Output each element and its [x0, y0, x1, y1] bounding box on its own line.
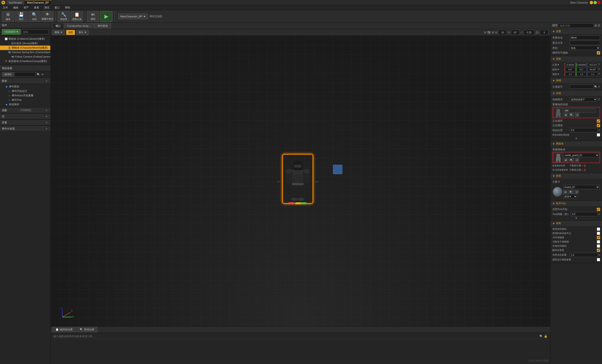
right-search-input[interactable]: [558, 23, 594, 28]
tree-item-mesh[interactable]: 👤 网格体 (CharacterMesh0)(继承): [0, 46, 50, 50]
mat-reset-btn[interactable]: ↺: [574, 190, 579, 194]
show-button[interactable]: 显示▼: [76, 30, 89, 35]
mat-browse-btn[interactable]: 🔍: [568, 190, 574, 194]
simulate-button[interactable]: ⏯ 模拟: [87, 11, 99, 22]
start-tick-checkbox[interactable]: [597, 208, 600, 211]
event-begin-play[interactable]: ◇ 事件开始运行: [9, 89, 50, 93]
class-settings-button[interactable]: 🔧 类设置: [58, 11, 70, 22]
minimize-button[interactable]: [590, 1, 593, 4]
rot-y-input[interactable]: [576, 68, 587, 72]
mesh-swap-btn[interactable]: ⇄: [564, 158, 568, 162]
add-function-button[interactable]: +: [45, 108, 48, 112]
tree-item-collision[interactable]: ⬜ 网格体 (CollisionCylinder)(继承): [0, 37, 50, 41]
pos-reset[interactable]: ↺: [598, 63, 600, 67]
tab-construction-script[interactable]: Construction Scrip…: [64, 23, 94, 28]
lod-del-btn[interactable]: 🗑: [584, 164, 586, 167]
mesh-reset-btn[interactable]: ↺: [575, 158, 579, 162]
anim-mode-select[interactable]: 使用动画资产: [570, 97, 597, 102]
compiler-results-tab[interactable]: 📋 编译器结果: [53, 327, 76, 332]
anim-mode-reset[interactable]: ↺: [598, 98, 600, 101]
menu-edit[interactable]: 编辑: [12, 5, 19, 10]
lod2-del-btn[interactable]: 🗑: [584, 168, 586, 171]
menu-help[interactable]: 帮助: [64, 5, 71, 10]
right-panel-icon-1[interactable]: ⊞: [595, 24, 597, 27]
maincharacter-dropdown[interactable]: MainCharacter_BP▼: [118, 14, 148, 19]
add-var-button[interactable]: +: [45, 121, 48, 124]
menu-debug[interactable]: 调试: [43, 5, 50, 10]
cloth-rigid-checkbox[interactable]: [597, 232, 600, 235]
tab-event-graph[interactable]: 事件图表: [95, 23, 111, 29]
menu-assets[interactable]: 资产: [22, 5, 30, 10]
tree-item-move[interactable]: 🏃 角色移动 (CharMoveComp)(继承): [0, 59, 50, 63]
cloth-env-checkbox[interactable]: [597, 236, 600, 239]
maximize-button[interactable]: [593, 1, 597, 4]
var-name-input[interactable]: [570, 35, 600, 40]
add-graph-button[interactable]: +: [45, 79, 48, 83]
graph-item-construct[interactable]: ◆ 构造脚本: [0, 102, 50, 107]
new-blueprint-button[interactable]: +新增▼: [2, 72, 14, 77]
component-search[interactable]: [22, 30, 48, 34]
tick-interval-reset[interactable]: ↺: [598, 213, 600, 216]
class-defaults-button[interactable]: 📋 类默认值: [71, 11, 83, 22]
cloth-weight-input[interactable]: [570, 253, 598, 257]
cloth-header[interactable]: ▼ 布料: [550, 221, 602, 226]
blueprint-search[interactable]: [15, 72, 36, 77]
scale-z-input[interactable]: [587, 72, 598, 76]
tab-suntemple[interactable]: SunTemple: [7, 0, 24, 4]
bp-eye-icon[interactable]: 👁: [41, 73, 44, 76]
event-actor-overlap[interactable]: ◇ 事件Actor开始重叠: [9, 93, 50, 98]
mesh-browse-btn[interactable]: 🔍: [569, 158, 574, 162]
tick-collapse-arrow[interactable]: ▼: [552, 217, 600, 219]
lit-button[interactable]: 光照: [66, 30, 75, 35]
var-category-select[interactable]: 角色: [570, 46, 600, 50]
bp-search-icon[interactable]: 🔍: [37, 73, 40, 76]
transform-header[interactable]: ▼ 变换: [550, 56, 602, 62]
pos-y-input[interactable]: [576, 63, 587, 67]
pos-z-input[interactable]: [587, 63, 598, 67]
socket-search-icon[interactable]: 🔍: [594, 85, 598, 88]
lod2-add-btn[interactable]: +: [581, 168, 583, 171]
var-display-input[interactable]: [570, 41, 600, 45]
grid-size-input[interactable]: [498, 30, 507, 35]
animation-header[interactable]: ▼ 动画: [550, 91, 602, 96]
cloth-weight-reset[interactable]: ↺: [598, 254, 600, 256]
perspective-button[interactable]: 透视▼: [53, 30, 65, 35]
rot-z-input[interactable]: [587, 68, 598, 72]
tree-item-arrow[interactable]: → 箭头组件 (Arrow)(继承): [0, 41, 50, 46]
skeletal-mesh-header[interactable]: ▼ 网格体: [550, 141, 602, 146]
add-macro-button[interactable]: +: [45, 114, 48, 118]
close-button[interactable]: [597, 1, 601, 4]
mat-name-select[interactable]: Guard_02: [563, 185, 600, 189]
add-event-button[interactable]: +: [45, 127, 48, 130]
add-component-button[interactable]: +添加组件▼: [2, 29, 21, 34]
init-pos-reset[interactable]: ↺: [598, 129, 600, 132]
cloth-disabled-checkbox[interactable]: [597, 228, 600, 231]
playing-checkbox[interactable]: [597, 124, 600, 127]
bottom-search-input[interactable]: [53, 335, 538, 338]
cloth-camera-checkbox[interactable]: [597, 258, 600, 261]
looping-checkbox[interactable]: [597, 119, 600, 123]
tree-item-follow-cam[interactable]: 📷 Follow Camera (FollowCamera)(继承): [0, 54, 50, 59]
tick-interval-input[interactable]: [571, 212, 598, 216]
hide-button[interactable]: 👁 隐藏不相关: [41, 11, 54, 22]
mat-swap-btn[interactable]: ⇄: [563, 190, 568, 194]
socket-clear-icon[interactable]: ✕: [598, 85, 600, 88]
rotate-input[interactable]: [511, 30, 519, 35]
run-button[interactable]: ▶: [100, 11, 112, 22]
rot-reset[interactable]: ↺: [598, 68, 600, 72]
menu-view[interactable]: 查看: [33, 5, 40, 10]
mat-apply-select[interactable]: 按理▼: [563, 194, 577, 198]
reversal-checkbox[interactable]: [597, 133, 600, 136]
anim-reset-btn[interactable]: ↺: [575, 113, 579, 117]
tab-viewport[interactable]: 视口: [53, 23, 64, 29]
find-results-tab[interactable]: 🔍 查找结果: [77, 327, 97, 332]
menu-window[interactable]: 窗口: [54, 5, 61, 10]
lod-add-btn[interactable]: +: [581, 164, 583, 167]
mesh-name-select[interactable]: castle_guard_01: [564, 153, 599, 157]
camera-speed-input[interactable]: [540, 30, 548, 35]
var-editable-checkbox[interactable]: [597, 51, 600, 54]
material-header[interactable]: ▼ 材质: [550, 173, 602, 179]
anim-name-input[interactable]: [564, 108, 596, 113]
save-button[interactable]: 💾 保存: [15, 11, 27, 22]
graph-item-event[interactable]: ◆ 事件图表: [0, 84, 50, 89]
